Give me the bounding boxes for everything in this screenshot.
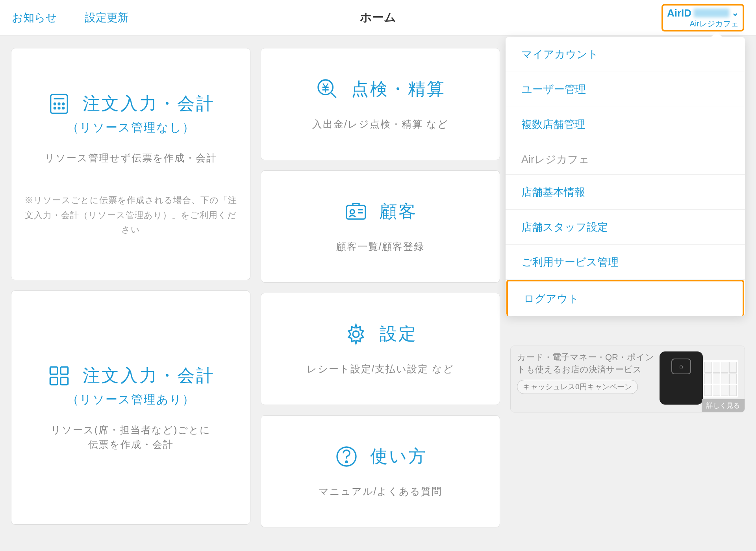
card-order-no-resource[interactable]: 注文入力・会計 （リソース管理なし） リソース管理せず伝票を作成・会計 ※リソー… [11,48,250,280]
chevron-down-icon: ⌄ [732,8,739,18]
app-header: お知らせ 設定更新 ホーム AirID ⌄ Airレジカフェ [0,0,756,35]
card-settings[interactable]: 設定 レシート設定/支払い設定 など [261,293,500,405]
card-title: 注文入力・会計 [83,92,215,115]
settings-update-button[interactable]: 設定更新 [85,10,129,25]
id-card-icon [343,199,369,224]
airid-value-blurred [694,9,729,17]
card-order-with-resource[interactable]: 注文入力・会計 （リソース管理あり） リソース(席・担当者など)ごとに 伝票を作… [11,290,250,525]
dd-my-account[interactable]: マイアカウント [506,37,745,72]
keypad-image [703,360,738,398]
card-desc: 顧客一覧/顧客登録 [336,239,425,254]
card-title: 使い方 [370,445,427,468]
promo-badge: キャッシュレス0円キャンペーン [517,380,638,394]
dropdown-arrow-icon [710,31,723,38]
card-desc: リソース(席・担当者など)ごとに 伝票を作成・会計 [51,423,211,452]
svg-point-6 [58,107,60,109]
svg-rect-9 [61,367,68,374]
card-reader-image: ⌂ [660,351,703,405]
header-left: お知らせ 設定更新 [12,10,129,25]
card-note: ※リソースごとに伝票を作成される場合、下の「注文入力・会計（リソース管理あり）」… [23,193,238,237]
svg-rect-8 [50,367,57,374]
dd-store-staff[interactable]: 店舗スタッフ設定 [506,210,745,245]
calculator-icon [46,91,72,116]
card-subtitle: （リソース管理あり） [67,392,195,408]
grid-icon [46,363,72,388]
promo-card[interactable]: カード・電子マネー・QR・ポイントも使えるお店の決済サービス キャッシュレス0円… [510,346,745,412]
card-howto[interactable]: 使い方 マニュアル/よくある質問 [261,415,500,527]
airid-label: AirID [667,7,691,19]
svg-point-4 [63,103,64,105]
card-title: 点検・精算 [351,78,446,101]
svg-point-18 [353,331,359,337]
svg-point-3 [58,103,60,105]
card-desc: リソース管理せず伝票を作成・会計 [44,151,217,166]
card-subtitle: （リソース管理なし） [67,120,195,136]
card-title: 注文入力・会計 [83,364,215,387]
svg-rect-11 [61,377,68,385]
page-title: ホーム [360,9,396,26]
card-desc: 入出金/レジ点検・精算 など [312,117,448,132]
dd-section-store: Airレジカフェ [506,142,745,175]
svg-point-15 [350,209,354,214]
card-desc: マニュアル/よくある質問 [319,484,443,499]
dd-store-info[interactable]: 店舗基本情報 [506,175,745,210]
dd-multi-store[interactable]: 複数店舗管理 [506,107,745,142]
dd-logout[interactable]: ログアウト [506,280,744,316]
promo-text: カード・電子マネー・QR・ポイントも使えるお店の決済サービス [517,351,656,376]
card-title: 設定 [380,322,417,346]
store-name-sub: Airレジカフェ [690,18,739,29]
card-inspection[interactable]: 点検・精算 入出金/レジ点検・精算 など [261,48,500,160]
dd-service-manage[interactable]: ご利用サービス管理 [506,245,745,280]
svg-rect-10 [50,377,57,385]
svg-point-5 [54,107,56,109]
svg-point-20 [346,461,347,462]
account-dropdown-panel: マイアカウント ユーザー管理 複数店舗管理 Airレジカフェ 店舗基本情報 店舗… [506,37,745,316]
home-content: 注文入力・会計 （リソース管理なし） リソース管理せず伝票を作成・会計 ※リソー… [0,35,756,551]
svg-point-7 [63,107,64,109]
dd-user-management[interactable]: ユーザー管理 [506,72,745,107]
card-title: 顧客 [380,200,417,223]
promo-detail-link[interactable]: 詳しく見る [702,399,745,412]
reader-home-icon: ⌂ [671,359,691,374]
account-dropdown-trigger[interactable]: AirID ⌄ Airレジカフェ [662,4,744,31]
svg-line-13 [331,93,336,98]
question-icon [334,444,359,469]
card-customer[interactable]: 顧客 顧客一覧/顧客登録 [261,170,500,283]
gear-icon [343,322,369,347]
svg-point-2 [54,103,56,105]
notice-button[interactable]: お知らせ [12,10,57,25]
card-desc: レシート設定/支払い設定 など [307,362,454,377]
yen-magnifier-icon [315,77,340,102]
